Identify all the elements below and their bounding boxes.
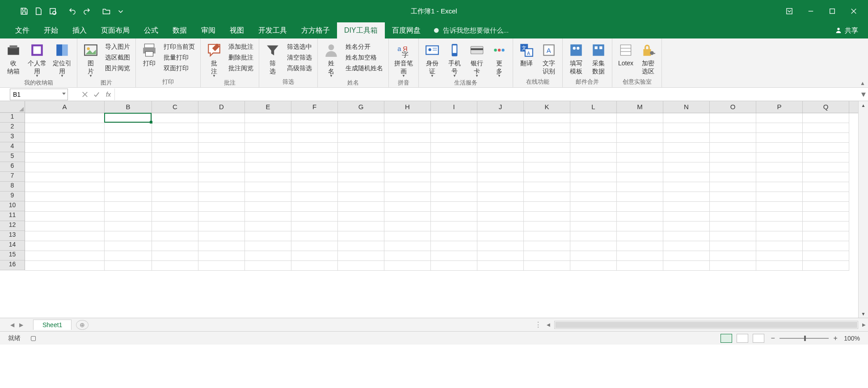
small-添加批注[interactable]: 添加批注 [226,42,256,52]
cell-K2[interactable] [524,123,570,133]
cell-A5[interactable] [25,153,105,162]
cell-K16[interactable] [524,261,570,271]
cell-B9[interactable] [105,192,152,202]
cell-N8[interactable] [663,182,710,192]
cell-H5[interactable] [384,153,431,162]
col-header-F[interactable]: F [291,101,338,113]
tab-方方格子[interactable]: 方方格子 [294,22,337,38]
share-button[interactable]: 共享 [825,22,868,38]
small-姓名分开[interactable]: 姓名分开 [343,42,386,52]
row-header-12[interactable]: 12 [0,221,25,231]
collect-data-button[interactable]: 采集 数据 [588,40,609,76]
cells-area[interactable] [25,113,858,318]
col-header-E[interactable]: E [245,101,291,113]
cell-E12[interactable] [245,222,291,231]
cell-B5[interactable] [105,153,152,162]
cell-G8[interactable] [338,182,384,192]
personal-freq-button[interactable]: 个人常 用▼ [25,40,49,79]
cell-J2[interactable] [477,123,524,133]
cell-B16[interactable] [105,261,152,271]
cell-F8[interactable] [291,182,338,192]
cell-F10[interactable] [291,202,338,212]
cell-B4[interactable] [105,143,152,153]
zoom-out-icon[interactable]: − [769,334,777,342]
cell-I4[interactable] [431,143,477,153]
col-header-K[interactable]: K [524,101,570,113]
col-header-I[interactable]: I [431,101,477,113]
cell-B13[interactable] [105,231,152,241]
cell-J6[interactable] [477,162,524,172]
cell-L14[interactable] [570,241,617,251]
image-button[interactable]: 图 片▼ [80,40,101,79]
col-header-H[interactable]: H [384,101,431,113]
cell-M6[interactable] [617,162,663,172]
cell-H1[interactable] [384,113,431,123]
sheet-tab-active[interactable]: Sheet1 [33,320,72,330]
cell-C8[interactable] [152,182,198,192]
cell-M1[interactable] [617,113,663,123]
cell-B14[interactable] [105,241,152,251]
chevron-down-icon[interactable] [62,93,66,95]
cell-J13[interactable] [477,231,524,241]
cell-O6[interactable] [710,162,756,172]
cell-B2[interactable] [105,123,152,133]
cell-N1[interactable] [663,113,710,123]
cell-C7[interactable] [152,172,198,182]
small-清空筛选[interactable]: 清空筛选 [284,53,315,63]
cell-J15[interactable] [477,251,524,261]
cell-D3[interactable] [198,133,245,143]
cell-N4[interactable] [663,143,710,153]
cell-N3[interactable] [663,133,710,143]
cell-I9[interactable] [431,192,477,202]
cell-E1[interactable] [245,113,291,123]
cell-O8[interactable] [710,182,756,192]
cell-H3[interactable] [384,133,431,143]
cell-O9[interactable] [710,192,756,202]
sheet-prev-icon[interactable]: ◀ [8,322,16,328]
tab-文件[interactable]: 文件 [8,22,37,38]
scroll-up-icon[interactable]: ▲ [859,101,868,109]
cell-E3[interactable] [245,133,291,143]
cell-N7[interactable] [663,172,710,182]
more-button[interactable]: 更 多▼ [489,40,510,79]
cell-G16[interactable] [338,261,384,271]
cell-O1[interactable] [710,113,756,123]
cell-F13[interactable] [291,231,338,241]
cell-G3[interactable] [338,133,384,143]
cell-F16[interactable] [291,261,338,271]
cell-O14[interactable] [710,241,756,251]
cell-N12[interactable] [663,222,710,231]
name-button[interactable]: 姓 名▼ [320,40,342,79]
cell-B8[interactable] [105,182,152,192]
cell-G14[interactable] [338,241,384,251]
cell-G1[interactable] [338,113,384,123]
hscroll-thumb[interactable] [555,322,857,328]
cell-P10[interactable] [756,202,803,212]
cell-C9[interactable] [152,192,198,202]
cell-G6[interactable] [338,162,384,172]
cell-A4[interactable] [25,143,105,153]
cell-M2[interactable] [617,123,663,133]
small-打印当前页[interactable]: 打印当前页 [161,42,198,52]
cell-O15[interactable] [710,251,756,261]
row-header-16[interactable]: 16 [0,260,25,270]
cell-J10[interactable] [477,202,524,212]
cell-L8[interactable] [570,182,617,192]
col-header-O[interactable]: O [710,101,756,113]
cell-L2[interactable] [570,123,617,133]
cell-M12[interactable] [617,222,663,231]
cell-N10[interactable] [663,202,710,212]
inbox-button[interactable]: 收 纳箱 [3,40,24,76]
cell-F12[interactable] [291,222,338,231]
cell-L7[interactable] [570,172,617,182]
cell-L6[interactable] [570,162,617,172]
view-page-break-icon[interactable] [753,334,764,343]
row-header-5[interactable]: 5 [0,152,25,162]
small-批注阅览[interactable]: 批注阅览 [226,64,256,73]
cell-K5[interactable] [524,153,570,162]
cell-Q7[interactable] [803,172,849,182]
vertical-scrollbar[interactable]: ▲ ▼ [858,101,868,318]
cell-A10[interactable] [25,202,105,212]
cell-K14[interactable] [524,241,570,251]
cell-P9[interactable] [756,192,803,202]
